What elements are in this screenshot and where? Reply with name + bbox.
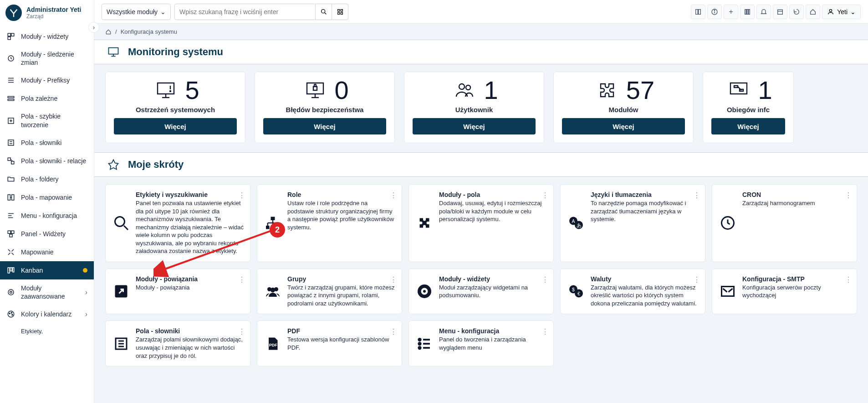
shortcut-jezyki[interactable]: Aあ Języki i tłumaczenia To narzędzie pom… — [560, 184, 705, 262]
folder-icon — [6, 175, 15, 184]
kebab-icon[interactable]: ⋮ — [540, 274, 551, 286]
more-button[interactable]: Więcej — [413, 118, 536, 134]
svg-point-31 — [10, 291, 12, 294]
sidebar-item-foldery[interactable]: Pola - foldery — [0, 170, 94, 188]
sidebar-item-panel-widzety[interactable]: Panel - Widżety — [0, 225, 94, 243]
sidebar-toggle[interactable]: › — [88, 22, 99, 33]
shortcut-moduly-widzety[interactable]: Moduły - widżety Moduł zarządzający widg… — [408, 269, 554, 315]
more-button[interactable]: Więcej — [711, 118, 785, 134]
breadcrumb-separator: / — [115, 28, 117, 35]
kebab-icon[interactable]: ⋮ — [388, 189, 399, 202]
kebab-icon[interactable]: ⋮ — [843, 189, 854, 202]
breadcrumb-current[interactable]: Konfiguracja systemu — [121, 28, 177, 35]
sidebar-item-slowniki[interactable]: Pola - słowniki — [0, 134, 94, 152]
more-button[interactable]: Więcej — [562, 118, 685, 134]
shortcut-title: Moduły - widżety — [439, 275, 547, 283]
search-button[interactable] — [316, 4, 332, 20]
shortcut-title: CRON — [742, 191, 850, 198]
svg-rect-54 — [158, 83, 174, 94]
calendar-button[interactable] — [773, 5, 787, 19]
book-button[interactable] — [691, 5, 705, 19]
sidebar-item-label: Moduły - Prefiksy — [21, 76, 87, 84]
collapse-icon — [6, 248, 15, 257]
annotation-badge: 2 — [270, 222, 285, 238]
svg-rect-25 — [11, 231, 14, 233]
kebab-icon[interactable]: ⋮ — [691, 189, 702, 202]
sidebar-item-mapowanie-pol[interactable]: Pola - mapowanie — [0, 188, 94, 207]
more-button[interactable]: Więcej — [114, 118, 237, 134]
link-external-icon — [112, 282, 130, 300]
sidebar-item-mapowanie[interactable]: Mapowanie — [0, 243, 94, 261]
user-label: Yeti — [837, 8, 848, 16]
module-select[interactable]: Wszystkie moduły ⌄ — [102, 4, 171, 20]
library-button[interactable] — [740, 5, 755, 19]
svg-rect-72 — [271, 217, 275, 221]
shortcut-waluty[interactable]: $€ Waluty Zarządzaj walutami, dla któryc… — [560, 269, 705, 315]
sidebar-item-label: Kanban — [21, 266, 77, 274]
kebab-icon[interactable]: ⋮ — [540, 326, 551, 338]
kanban-icon — [6, 266, 15, 275]
chevron-right-icon: › — [80, 289, 87, 296]
breadcrumb: / Konfiguracja systemu — [94, 24, 868, 40]
shortcut-etykiety-wyszukiwanie[interactable]: Etykiety i wyszukiwanie Panel ten pozwal… — [105, 184, 250, 262]
shortcut-menu-konfiguracja[interactable]: Menu - konfiguracja Panel do tworzenia i… — [408, 320, 554, 367]
shortcut-moduly-pola[interactable]: Moduły - pola Dodawaj, usuwaj, edytuj i … — [408, 184, 554, 262]
svg-rect-73 — [266, 226, 270, 229]
svg-rect-8 — [8, 99, 14, 101]
shortcut-cron[interactable]: CRON Zarządzaj harmonogramem ⋮ — [712, 184, 857, 262]
sidebar-item-prefiksy[interactable]: Moduły - Prefiksy — [0, 71, 94, 89]
shortcut-smtp[interactable]: Konfiguracja - SMTP Konfiguracja serweró… — [712, 269, 857, 315]
search-input[interactable] — [174, 4, 316, 20]
svg-point-50 — [829, 9, 832, 11]
currency-icon: $€ — [567, 282, 585, 300]
tracking-icon — [6, 54, 15, 63]
home-button[interactable] — [806, 5, 820, 19]
sidebar-item-etykiety[interactable]: Etykiety, — [0, 323, 94, 340]
svg-point-34 — [11, 312, 12, 313]
module-select-label: Wszystkie moduły — [107, 8, 158, 16]
monitor-value: 1 — [484, 78, 498, 103]
sidebar-item-moduly-zaawansowane[interactable]: Moduły zaawansowane › — [0, 279, 94, 305]
sidebar-item-slowniki-relacje[interactable]: Pola - słowniki - relacje — [0, 152, 94, 170]
kebab-icon[interactable]: ⋮ — [691, 274, 702, 286]
history-button[interactable] — [789, 5, 804, 19]
sidebar-item-label: Moduły - widżety — [21, 32, 87, 41]
svg-point-35 — [12, 315, 13, 315]
kebab-icon[interactable]: ⋮ — [843, 274, 854, 286]
shortcut-desc: Panel ten pozwala na ustawienie etykiet … — [136, 199, 244, 255]
sidebar-item-szybkie-tworzenie[interactable]: Pola - szybkie tworzenie — [0, 108, 94, 133]
monitor-card-users: 1 Użytkownik Więcej — [404, 72, 544, 143]
shortcut-pdf[interactable]: PDF PDF Testowa wersja konfiguracji szab… — [257, 320, 402, 367]
notifications-button[interactable] — [756, 5, 771, 19]
sidebar-item-sledzenie-zmian[interactable]: Moduły - śledzenie zmian — [0, 46, 94, 71]
section-title: Monitoring systemu — [128, 46, 223, 58]
puzzle-piece-icon — [415, 214, 434, 232]
admin-name: Administrator Yeti — [26, 6, 81, 13]
advanced-search-button[interactable] — [332, 4, 348, 20]
shortcut-pola-slowniki[interactable]: Pola - słowniki Zarządzaj polami słownik… — [105, 320, 250, 367]
sidebar-item-kolory-kalendarz[interactable]: Kolory i kalendarz › — [0, 305, 94, 323]
sidebar-item-moduly-widzety[interactable]: Moduły - widżety — [0, 27, 94, 46]
svg-point-89 — [271, 288, 276, 293]
sidebar-item-kanban[interactable]: Kanban — [0, 261, 94, 279]
info-button[interactable] — [707, 5, 722, 19]
kebab-icon[interactable]: ⋮ — [540, 189, 551, 202]
palette-icon — [6, 310, 15, 319]
kebab-icon[interactable]: ⋮ — [236, 274, 247, 286]
kebab-icon[interactable]: ⋮ — [236, 326, 247, 338]
svg-point-64 — [466, 85, 470, 90]
shortcut-grupy[interactable]: Grupy Twórz i zarządzaj grupami, które m… — [257, 269, 402, 315]
star-icon — [105, 156, 122, 173]
kebab-icon[interactable]: ⋮ — [388, 326, 399, 338]
add-button[interactable]: + — [724, 5, 738, 19]
more-button[interactable]: Więcej — [263, 118, 386, 134]
kebab-icon[interactable]: ⋮ — [388, 274, 399, 286]
shortcut-moduly-powiazania[interactable]: Moduły - powiązania Moduły - powiązania … — [105, 269, 250, 315]
user-menu[interactable]: Yeti ⌄ — [822, 5, 861, 19]
breadcrumb-home[interactable] — [105, 29, 112, 35]
kebab-icon[interactable]: ⋮ — [236, 189, 247, 202]
users-icon — [450, 78, 479, 103]
language-icon: Aあ — [567, 214, 585, 232]
sidebar-item-pola-zalezne[interactable]: Pola zależne — [0, 89, 94, 108]
sidebar-item-menu-konfiguracja[interactable]: Menu - konfiguracja — [0, 207, 94, 225]
